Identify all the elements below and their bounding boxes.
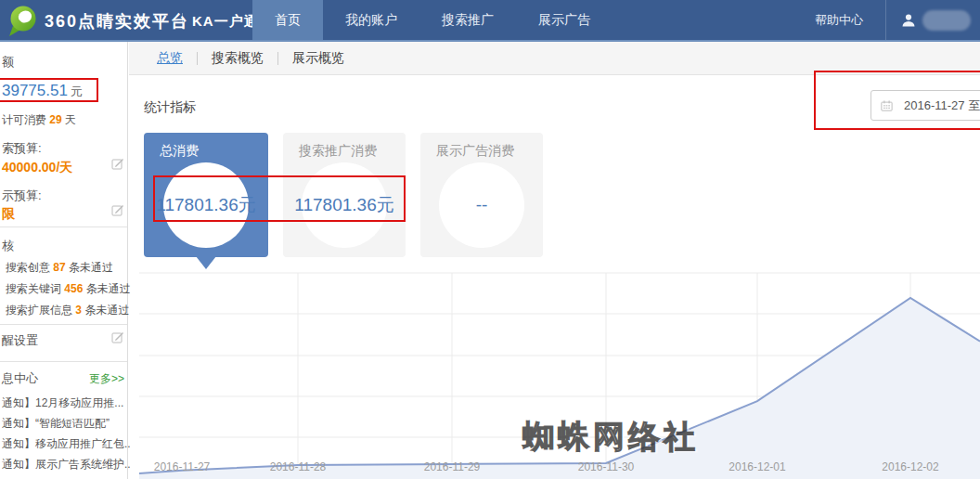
x-tick: 2016-11-29 <box>424 460 481 473</box>
display-budget-value: 限 <box>2 206 15 223</box>
audit-section-label: 核 <box>2 238 14 254</box>
card-value: -- <box>476 195 488 215</box>
sidebar-divider <box>0 227 127 227</box>
edit-search-budget-icon[interactable] <box>111 157 124 170</box>
overview-tabbar: 总览 搜索概览 展示概览 <box>129 42 980 75</box>
tab-search-overview[interactable]: 搜索概览 <box>212 50 264 67</box>
brand-title: 360点睛实效平台 <box>45 10 189 32</box>
x-tick: 2016-11-27 <box>154 460 211 473</box>
tab-overview[interactable]: 总览 <box>157 50 183 67</box>
chart-area-fill <box>139 298 980 479</box>
balance-amount: 39775.51元 <box>2 82 83 100</box>
help-center-link[interactable]: 帮助中心 <box>815 12 863 29</box>
reminder-settings-label: 醒设置 <box>2 332 38 349</box>
nav-item-search-promotion[interactable]: 搜索推广 <box>419 0 516 40</box>
card-label: 总消费 <box>160 143 199 160</box>
x-tick: 2016-11-28 <box>270 460 327 473</box>
tab-display-overview[interactable]: 展示概览 <box>292 50 344 67</box>
logo-360-icon[interactable] <box>7 5 39 38</box>
audit-item-creatives[interactable]: 搜索创意 87 条未通过 <box>6 260 113 276</box>
search-budget-label: 索预算: <box>2 140 42 157</box>
edit-display-budget-icon[interactable] <box>111 203 124 216</box>
section-title-statistics: 统计指标 <box>144 99 196 116</box>
card-value: 117801.36元 <box>156 193 255 217</box>
message-item[interactable]: 通知】移动应用推广红包.. <box>2 436 131 452</box>
user-icon <box>901 13 916 28</box>
x-tick: 2016-12-01 <box>729 460 785 473</box>
brand-divider <box>182 13 183 29</box>
message-item[interactable]: 通知】12月移动应用推... <box>2 395 123 411</box>
tab-divider <box>277 52 278 65</box>
nav-item-my-account[interactable]: 我的账户 <box>323 0 419 40</box>
user-menu[interactable] <box>886 10 980 31</box>
date-range-picker[interactable]: 2016-11-27 至 2 <box>870 90 980 121</box>
card-search-spend[interactable]: 搜索推广消费 117801.36元 <box>283 133 406 257</box>
user-name-redacted <box>922 10 971 31</box>
audit-item-keywords[interactable]: 搜索关键词 456 条未通过 <box>6 281 131 297</box>
card-label: 展示广告消费 <box>436 143 514 160</box>
message-center-label: 息中心 <box>2 370 38 387</box>
spend-trend-chart[interactable]: 2016-11-27 2016-11-28 2016-11-29 2016-11… <box>139 267 980 479</box>
line-chart-canvas <box>139 267 980 479</box>
card-value: 117801.36元 <box>294 193 393 217</box>
left-sidebar: 额 39775.51元 计可消费 29 天 索预算: 40000.00/天 示预… <box>0 42 128 479</box>
main-nav: 首页 我的账户 搜索推广 展示广告 <box>252 0 612 40</box>
top-navbar: 360点睛实效平台 KA一户通 首页 我的账户 搜索推广 展示广告 帮助中心 <box>0 0 980 42</box>
message-item[interactable]: 通知】“智能短语匹配” <box>2 416 110 432</box>
message-item[interactable]: 通知】展示广告系统维护.. <box>2 457 131 473</box>
estimated-days-remaining: 计可消费 29 天 <box>2 112 76 128</box>
more-link[interactable]: 更多>> <box>89 371 124 387</box>
balance-label: 额 <box>2 54 14 71</box>
x-tick: 2016-11-30 <box>578 460 635 473</box>
sidebar-divider <box>0 324 127 325</box>
card-label: 搜索推广消费 <box>299 143 377 160</box>
card-value-circle: 117801.36元 <box>163 162 249 248</box>
nav-item-home[interactable]: 首页 <box>252 0 323 40</box>
display-budget-label: 示预算: <box>2 188 42 204</box>
card-value-circle: -- <box>439 162 524 248</box>
date-range-value: 2016-11-27 至 2 <box>904 97 980 114</box>
card-value-circle: 117801.36元 <box>302 162 387 248</box>
audit-item-extensions[interactable]: 搜索扩展信息 3 条未通过 <box>6 303 129 318</box>
brand-subtitle: KA一户通 <box>192 13 259 31</box>
search-budget-value: 40000.00/天 <box>2 160 72 176</box>
x-tick: 2016-12-02 <box>882 460 938 473</box>
tab-divider <box>197 52 198 65</box>
nav-item-display-ads[interactable]: 展示广告 <box>516 0 612 40</box>
edit-reminder-settings-icon[interactable] <box>111 330 124 343</box>
card-display-spend[interactable]: 展示广告消费 -- <box>420 133 543 257</box>
navbar-right: 帮助中心 <box>815 0 980 40</box>
card-total-spend[interactable]: 总消费 117801.36元 <box>144 133 268 257</box>
calendar-icon <box>881 99 893 112</box>
sidebar-divider <box>0 361 127 362</box>
